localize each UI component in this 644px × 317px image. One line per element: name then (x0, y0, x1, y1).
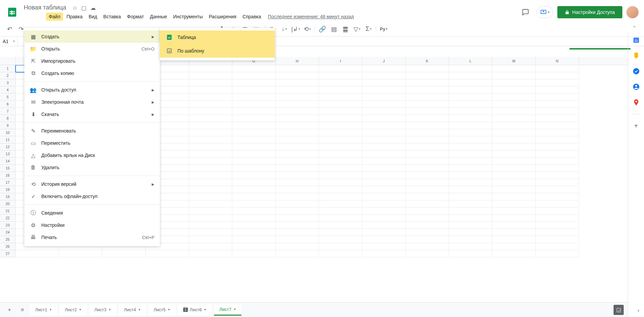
sheet-tab-Лист6[interactable]: 1Лист6▼ (178, 304, 212, 316)
cell[interactable] (449, 136, 492, 143)
column-header[interactable]: M (492, 57, 536, 65)
cell[interactable] (232, 229, 276, 236)
file-menu-Сведения[interactable]: ⓘСведения (24, 207, 160, 219)
row-header[interactable]: 6 (0, 101, 16, 108)
cell[interactable] (276, 94, 319, 101)
cell[interactable] (276, 200, 319, 207)
cell[interactable] (492, 186, 536, 193)
cell[interactable] (319, 186, 362, 193)
cell[interactable] (406, 222, 449, 229)
file-menu-Добавить ярлык на Диск[interactable]: △Добавить ярлык на Диск (24, 149, 160, 161)
row-header[interactable]: 12 (0, 143, 16, 151)
present-button[interactable]: ▾ (536, 6, 553, 18)
cell[interactable] (319, 101, 362, 108)
menu-вставка[interactable]: Вставка (101, 13, 124, 21)
cell[interactable] (362, 122, 406, 129)
cell[interactable] (276, 236, 319, 243)
cell[interactable] (406, 186, 449, 193)
cell[interactable] (189, 179, 232, 186)
cell[interactable] (362, 200, 406, 207)
cell[interactable] (536, 200, 579, 207)
cell[interactable] (406, 136, 449, 143)
cell[interactable] (536, 122, 579, 129)
link-button[interactable]: 🔗 (317, 24, 328, 34)
cell[interactable] (492, 243, 536, 250)
cell[interactable] (449, 200, 492, 207)
cell[interactable] (492, 179, 536, 186)
menu-правка[interactable]: Правка (64, 13, 85, 21)
cell[interactable] (406, 172, 449, 179)
cell[interactable] (492, 79, 536, 86)
undo-button[interactable]: ↶ (4, 24, 15, 34)
cell[interactable] (492, 207, 536, 215)
cell[interactable] (492, 250, 536, 257)
file-menu-Электронная почта[interactable]: ✉Электронная почта▶ (24, 96, 160, 108)
cell[interactable] (232, 215, 276, 222)
cell[interactable] (362, 250, 406, 257)
cell[interactable] (536, 151, 579, 158)
menu-формат[interactable]: Формат (124, 13, 147, 21)
row-header[interactable]: 11 (0, 136, 16, 143)
filter-button[interactable]: ▽ (351, 24, 362, 34)
row-header[interactable]: 1 (0, 65, 16, 72)
cell[interactable] (492, 143, 536, 151)
cell[interactable] (319, 72, 362, 79)
cell[interactable] (536, 86, 579, 94)
cell[interactable] (189, 86, 232, 94)
cell[interactable] (536, 165, 579, 172)
cell[interactable] (276, 129, 319, 136)
cell[interactable] (406, 94, 449, 101)
cell[interactable] (189, 108, 232, 115)
cell[interactable] (232, 250, 276, 257)
file-menu-Включить офлайн-доступ[interactable]: ✓Включить офлайн-доступ (24, 190, 160, 202)
cell[interactable] (319, 179, 362, 186)
cell[interactable] (536, 229, 579, 236)
cell[interactable] (232, 115, 276, 122)
cell[interactable] (276, 79, 319, 86)
cell[interactable] (449, 172, 492, 179)
row-header[interactable]: 3 (0, 79, 16, 86)
cell[interactable] (232, 186, 276, 193)
cell[interactable] (449, 72, 492, 79)
cell[interactable] (276, 136, 319, 143)
cell[interactable] (189, 151, 232, 158)
valign-button[interactable]: ↓ (279, 24, 289, 34)
cell[interactable] (362, 243, 406, 250)
sheet-tab-Лист4[interactable]: Лист4▼ (119, 304, 146, 316)
row-header[interactable]: 8 (0, 115, 16, 122)
cell[interactable] (362, 143, 406, 151)
cell[interactable] (362, 207, 406, 215)
cell[interactable] (536, 158, 579, 165)
row-header[interactable]: 2 (0, 72, 16, 79)
column-header[interactable]: H (276, 57, 319, 65)
submenu-По шаблону[interactable]: По шаблону (160, 44, 275, 58)
comments-icon[interactable] (519, 5, 532, 19)
row-header[interactable]: 14 (0, 158, 16, 165)
cell[interactable] (319, 250, 362, 257)
contacts-icon[interactable] (632, 83, 640, 91)
cell[interactable] (362, 101, 406, 108)
cell[interactable] (449, 101, 492, 108)
cell[interactable] (449, 222, 492, 229)
cell[interactable] (189, 79, 232, 86)
add-addon-icon[interactable]: + (632, 122, 640, 130)
document-title[interactable]: Новая таблица (22, 3, 68, 12)
sheet-tab-Лист3[interactable]: Лист3▼ (89, 304, 116, 316)
cell[interactable] (319, 143, 362, 151)
last-change-link[interactable]: Последнее изменение: 48 минут назад (268, 14, 354, 19)
functions-button[interactable]: Σ (363, 24, 374, 34)
cell[interactable] (536, 108, 579, 115)
row-header[interactable]: 20 (0, 200, 16, 207)
cell[interactable] (362, 215, 406, 222)
column-header[interactable]: L (449, 57, 492, 65)
cell[interactable] (276, 115, 319, 122)
cell[interactable] (406, 200, 449, 207)
cell[interactable] (319, 94, 362, 101)
cell[interactable] (449, 186, 492, 193)
cell[interactable] (276, 207, 319, 215)
cell[interactable] (189, 229, 232, 236)
cell[interactable] (276, 215, 319, 222)
cell[interactable] (189, 207, 232, 215)
cell[interactable] (319, 129, 362, 136)
cell[interactable] (189, 193, 232, 200)
